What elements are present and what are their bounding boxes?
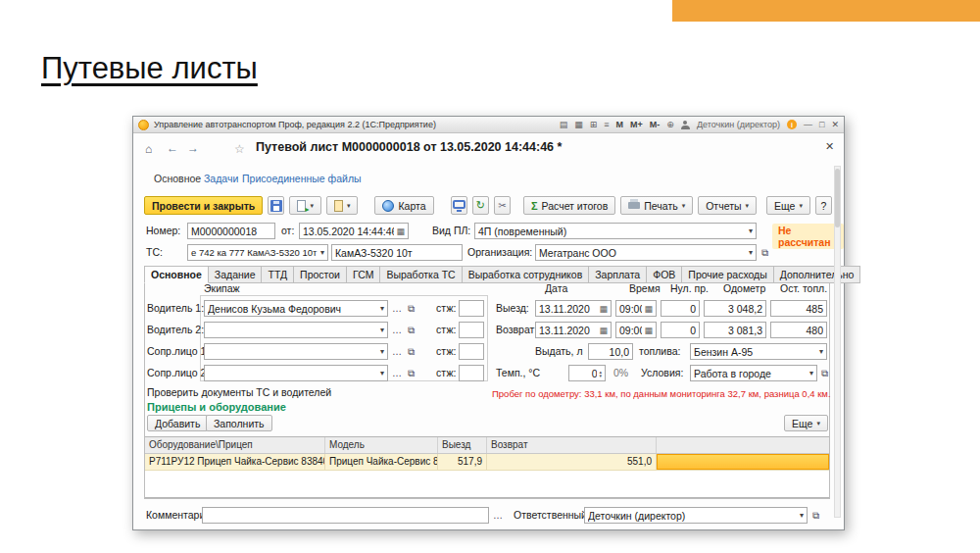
chevron-down-icon[interactable]: ▾ (380, 304, 384, 313)
departure-fuel-rest-field[interactable]: 485 (770, 300, 827, 317)
favorite-star-icon[interactable]: ☆ (234, 140, 245, 158)
date-field[interactable]: 13.05.2020 14:44:46▦ (299, 223, 409, 239)
chevron-down-icon[interactable]: ▾ (320, 248, 324, 257)
nav-tab-attached-files[interactable]: Присоединенные файлы (242, 173, 362, 184)
departure-date-field[interactable]: 13.11.2020▦ (535, 300, 612, 317)
info-icon[interactable]: i (787, 120, 797, 129)
spinner-arrows[interactable]: ▴▾ (599, 370, 602, 377)
memory-m-button[interactable]: M (616, 120, 624, 129)
chevron-down-icon[interactable]: ▾ (749, 248, 753, 257)
tab-fuel[interactable]: ГСМ (346, 266, 380, 283)
return-date-field[interactable]: 13.11.2020▦ (535, 322, 612, 338)
chevron-down-icon[interactable]: ▾ (380, 369, 384, 377)
forward-button[interactable]: → (187, 139, 199, 157)
vehicle-model-field[interactable]: КамАЗ-5320 10т (331, 244, 463, 261)
vehicle-combo[interactable]: е 742 ка 777 КамАЗ-5320 10т▾ (187, 244, 328, 261)
post-and-close-button[interactable]: Провести и закрыть (144, 196, 263, 215)
chevron-down-icon[interactable]: ▾ (819, 347, 823, 356)
memory-m-minus-button[interactable]: M- (650, 120, 661, 129)
nav-tab-main[interactable]: Основное (154, 173, 201, 184)
fuel-type-combo[interactable]: Бензин А-95▾ (690, 343, 827, 360)
menu-icon[interactable]: ≡ (604, 120, 609, 129)
zoom-icon[interactable]: ⊕ (666, 120, 674, 129)
open-link-icon[interactable]: ⧉ (408, 322, 415, 338)
stage2-field[interactable] (459, 322, 484, 338)
save-button[interactable] (268, 196, 284, 215)
stage4-field[interactable] (459, 365, 484, 381)
copy-button[interactable]: ▾ (326, 196, 359, 215)
fill-button[interactable]: Заполнить (206, 415, 272, 431)
help-button[interactable]: ? (815, 196, 832, 215)
tab-main[interactable]: Основное (144, 266, 209, 283)
chevron-down-icon[interactable]: ▾ (800, 511, 804, 520)
chevron-down-icon[interactable]: ▾ (380, 347, 384, 356)
escort1-combo[interactable]: ▾ (204, 343, 388, 360)
current-user[interactable]: Деточкин (директор) (697, 120, 780, 129)
return-zero-run-field[interactable]: 0 (661, 322, 700, 338)
return-fuel-rest-field[interactable]: 480 (770, 322, 827, 338)
comment-dots-button[interactable]: … (493, 507, 503, 524)
tab-employee-output[interactable]: Выработка сотрудников (462, 266, 590, 283)
kind-combo[interactable]: 4П (повременный)▾ (474, 223, 757, 239)
spin-down-icon[interactable]: ▾ (599, 374, 602, 377)
number-field[interactable]: М0000000018 (187, 223, 275, 239)
col-return[interactable]: Возврат (487, 437, 657, 453)
home-icon[interactable]: ⌂ (145, 140, 152, 158)
maximize-button[interactable]: □ (819, 120, 824, 129)
cell-equipment[interactable]: Р711РУ12 Прицеп Чайка-Сервис 838400 (145, 454, 325, 470)
calendar-icon[interactable]: ▦ (599, 304, 608, 314)
chevron-down-icon[interactable]: ▾ (809, 369, 813, 377)
back-button[interactable]: ← (167, 139, 178, 157)
calendar-icon[interactable]: ▦ (599, 326, 608, 335)
calculator-icon[interactable]: ⊞ (590, 120, 598, 129)
reports-button[interactable]: Отчеты▾ (698, 196, 757, 215)
refresh-button[interactable]: ↻ (472, 196, 489, 215)
calendar-icon[interactable]: ▦ (396, 226, 405, 236)
memory-m-plus-button[interactable]: M+ (630, 120, 643, 129)
escort2-combo[interactable]: ▾ (204, 365, 388, 381)
comment-field[interactable] (202, 507, 489, 524)
calendar-icon[interactable]: ▦ (574, 120, 583, 129)
open-link-icon[interactable]: ⧉ (812, 507, 819, 524)
scrollbar-thumb[interactable] (835, 169, 840, 227)
choose-dots-button[interactable]: … (392, 343, 402, 360)
org-combo[interactable]: Мегатранс ООО▾ (535, 244, 757, 261)
clock-icon[interactable]: ▦ (644, 326, 653, 335)
calc-totals-button[interactable]: ΣРасчет итогов (523, 196, 615, 215)
driver1-combo[interactable]: Денисов Кузьма Федорович▾ (204, 300, 388, 317)
open-link-icon[interactable]: ⧉ (408, 365, 415, 381)
print-button[interactable]: Печать▾ (620, 196, 693, 215)
driver2-combo[interactable]: ▾ (204, 322, 388, 338)
cell-model[interactable]: Прицеп Чайка-Сервис 8384... (325, 454, 438, 470)
create-based-on-button[interactable]: ▾ (289, 196, 321, 215)
choose-dots-button[interactable]: … (392, 300, 402, 317)
minimize-button[interactable]: — (804, 120, 812, 129)
open-link-icon[interactable]: ⧉ (408, 343, 415, 360)
col-departure[interactable]: Выезд (438, 437, 487, 453)
responsible-combo[interactable]: Деточкин (директор)▾ (584, 507, 808, 524)
check-documents-link[interactable]: Проверить документы ТС и водителей (147, 384, 331, 401)
monitoring-button[interactable] (451, 196, 467, 215)
close-form-button[interactable]: ✕ (825, 140, 834, 153)
tab-ttd[interactable]: ТТД (261, 266, 294, 283)
close-window-button[interactable]: ✕ (831, 120, 839, 129)
open-link-icon[interactable]: ⧉ (761, 244, 768, 261)
temp-spinner[interactable]: 0▴▾ (568, 365, 606, 381)
choose-dots-button[interactable]: … (392, 322, 402, 338)
return-time-field[interactable]: 09:00▦ (615, 322, 657, 338)
chevron-down-icon[interactable]: ▾ (749, 226, 753, 235)
open-link-icon[interactable]: ⧉ (408, 300, 415, 317)
stage3-field[interactable] (459, 343, 484, 360)
stage1-field[interactable] (459, 300, 484, 317)
save-icon[interactable]: ▤ (560, 120, 568, 129)
open-link-icon[interactable]: ⧉ (821, 365, 828, 381)
vertical-scrollbar[interactable] (834, 166, 841, 518)
tab-vehicle-output[interactable]: Выработка ТС (379, 266, 462, 283)
choose-dots-button[interactable]: … (392, 365, 402, 381)
nav-tab-tasks[interactable]: Задачи (204, 173, 238, 184)
cell-departure[interactable]: 517,9 (438, 454, 487, 470)
1c-logo-icon[interactable] (138, 120, 149, 130)
selected-cell[interactable] (657, 454, 829, 470)
table-row[interactable]: Р711РУ12 Прицеп Чайка-Сервис 838400 Приц… (145, 454, 829, 471)
issue-amount-field[interactable]: 10,0 (588, 343, 633, 360)
